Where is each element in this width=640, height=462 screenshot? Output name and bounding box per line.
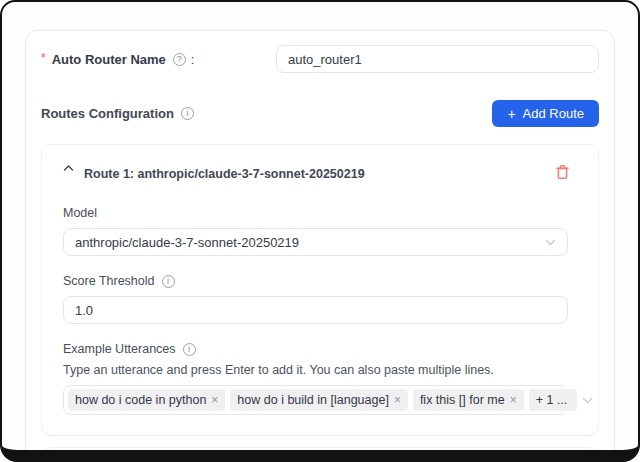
tag-close-icon[interactable]: ×	[394, 393, 401, 407]
example-utterances-select[interactable]: how do i code in python × how do i build…	[63, 385, 568, 415]
utterance-tag: how do i code in python ×	[68, 389, 225, 411]
score-threshold-input[interactable]	[63, 296, 568, 324]
utterance-tag-text: fix this [] for me	[420, 393, 505, 407]
add-route-button[interactable]: + Add Route	[492, 100, 599, 127]
auto-router-name-input[interactable]	[276, 45, 599, 73]
tag-close-icon[interactable]: ×	[211, 393, 218, 407]
info-circle-icon: i	[181, 107, 194, 120]
routes-configuration-label: Routes Configuration i	[41, 106, 195, 121]
delete-route-trash-icon[interactable]	[555, 164, 570, 180]
app-window: * Auto Router Name ? : Routes Configurat…	[0, 0, 640, 462]
question-circle-icon: ?	[173, 53, 186, 66]
auto-router-name-text: Auto Router Name	[52, 52, 166, 67]
utterance-overflow-text: + 1 ...	[536, 393, 568, 407]
utterance-tag: how do i build in [language] ×	[230, 389, 408, 411]
chevron-down-icon	[582, 397, 593, 404]
info-circle-icon: i	[162, 275, 175, 288]
utterance-tag: fix this [] for me ×	[413, 389, 524, 411]
auto-router-form-card: * Auto Router Name ? : Routes Configurat…	[25, 30, 615, 458]
plus-icon: +	[507, 106, 515, 122]
required-asterisk: *	[41, 51, 46, 65]
route-1-title: Route 1: anthropic/claude-3-7-sonnet-202…	[84, 167, 365, 181]
utterance-overflow-tag: + 1 ...	[529, 389, 578, 411]
utterances-help-text: Type an utterance and press Enter to add…	[63, 363, 568, 377]
info-circle-icon: i	[183, 343, 196, 356]
route-1-body: Model anthropic/claude-3-7-sonnet-202502…	[42, 181, 598, 435]
collapse-chevron-up-icon[interactable]	[63, 164, 74, 172]
routes-configuration-row: Routes Configuration i + Add Route	[41, 100, 599, 127]
route-1-header[interactable]: Route 1: anthropic/claude-3-7-sonnet-202…	[42, 145, 598, 181]
auto-router-name-label: * Auto Router Name ? :	[41, 52, 194, 67]
model-label: Model	[63, 206, 568, 220]
model-select[interactable]: anthropic/claude-3-7-sonnet-20250219	[63, 228, 568, 256]
utterance-tag-text: how do i code in python	[75, 393, 206, 407]
score-threshold-label: Score Threshold i	[63, 274, 568, 288]
example-utterances-label: Example Utterances i	[63, 342, 568, 356]
chevron-down-icon	[545, 239, 556, 246]
label-colon: :	[191, 52, 195, 67]
routes-configuration-text: Routes Configuration	[41, 106, 174, 121]
model-select-value: anthropic/claude-3-7-sonnet-20250219	[75, 235, 545, 250]
route-2-panel: Route 2: azure_ai/gpt-4o	[41, 447, 599, 462]
utterance-tag-text: how do i build in [language]	[237, 393, 389, 407]
route-1-panel: Route 1: anthropic/claude-3-7-sonnet-202…	[41, 144, 599, 436]
tag-close-icon[interactable]: ×	[510, 393, 517, 407]
add-route-label: Add Route	[523, 106, 584, 121]
auto-router-name-row: * Auto Router Name ? :	[41, 45, 599, 73]
route-2-header[interactable]: Route 2: azure_ai/gpt-4o	[42, 448, 598, 462]
